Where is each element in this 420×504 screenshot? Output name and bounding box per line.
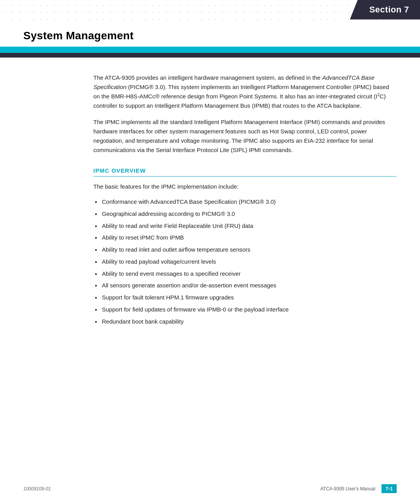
page-title: System Management bbox=[23, 30, 420, 42]
page-title-area: System Management bbox=[0, 23, 420, 42]
main-content: The ATCA-9305 provides an intelligent ha… bbox=[0, 58, 420, 351]
list-item: All sensors generate assertion and/or de… bbox=[93, 280, 397, 292]
italic-spec-name: AdvancedTCA Base Specification bbox=[93, 74, 374, 90]
ipmc-overview-heading: IPMC OVERVIEW bbox=[93, 167, 397, 177]
page-footer: 10009109-01 ATCA-9305 User's Manual 7-1 bbox=[0, 484, 420, 493]
section-badge-wrapper: Section 7 bbox=[350, 0, 420, 19]
dot-pattern-header: Section 7 bbox=[0, 0, 420, 23]
list-item: Ability to reset IPMC from IPMB bbox=[93, 232, 397, 244]
intro-paragraph-1: The ATCA-9305 provides an intelligent ha… bbox=[93, 73, 397, 110]
features-intro-text: The basic features for the IPMC implemen… bbox=[93, 182, 397, 191]
list-item: Support for fault tolerant HPM.1 firmwar… bbox=[93, 292, 397, 304]
section-badge: Section 7 bbox=[350, 0, 420, 19]
footer-right-group: ATCA-9305 User's Manual 7-1 bbox=[320, 484, 397, 493]
list-item: Support for field updates of firmware vi… bbox=[93, 304, 397, 316]
list-item: Conformance with AdvancedTCA Base Specif… bbox=[93, 196, 397, 208]
footer-page-number: 7-1 bbox=[382, 484, 397, 493]
features-list: Conformance with AdvancedTCA Base Specif… bbox=[93, 196, 397, 327]
accent-bars bbox=[0, 47, 420, 58]
list-item: Geographical addressing according to PIC… bbox=[93, 208, 397, 220]
list-item: Ability to send event messages to a spec… bbox=[93, 268, 397, 280]
list-item: Ability to read inlet and outlet airflow… bbox=[93, 244, 397, 256]
footer-part-number: 10009109-01 bbox=[23, 486, 51, 492]
list-item: Ability to read payload voltage/current … bbox=[93, 256, 397, 268]
cyan-accent-bar bbox=[0, 47, 420, 53]
dark-accent-bar bbox=[0, 53, 420, 58]
list-item: Ability to read and write Field Replacea… bbox=[93, 220, 397, 232]
intro-paragraph-2: The IPMC implements all the standard Int… bbox=[93, 117, 397, 155]
footer-manual-name: ATCA-9305 User's Manual bbox=[320, 486, 375, 492]
list-item: Redundant boot bank capability bbox=[93, 316, 397, 328]
